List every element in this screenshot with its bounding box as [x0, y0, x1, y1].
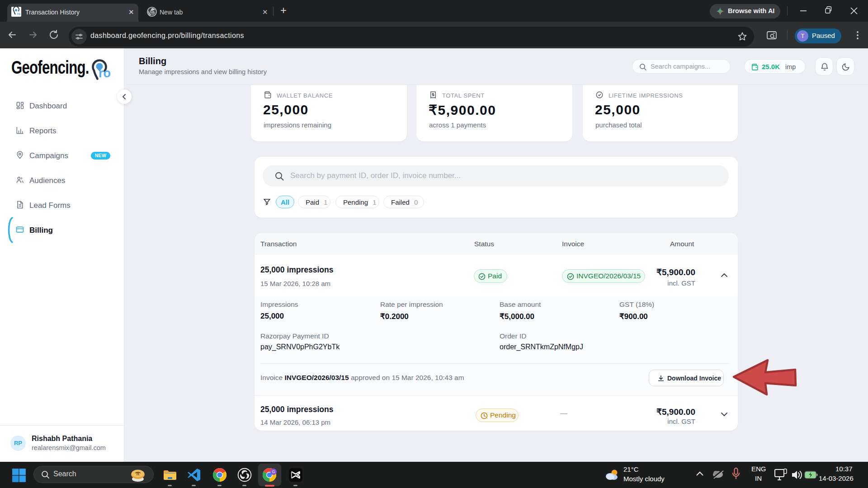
- svg-text:π: π: [136, 471, 140, 476]
- svg-text:ro: ro: [17, 12, 21, 16]
